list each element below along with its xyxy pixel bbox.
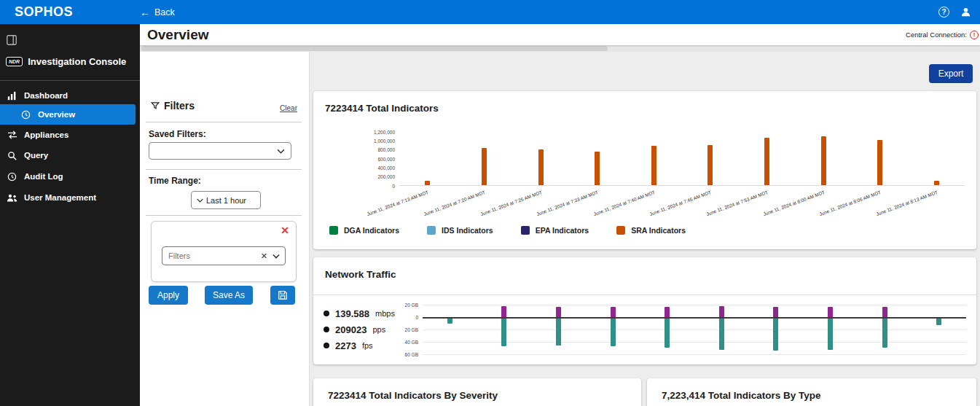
traffic-bar[interactable] bbox=[719, 319, 724, 350]
chart-title: 7,223,414 Total Indicators By Type bbox=[662, 390, 821, 401]
filter-criteria-input[interactable] bbox=[162, 251, 261, 260]
indicators-legend: DGA IndicatorsIDS IndicatorsEPA Indicato… bbox=[329, 226, 686, 235]
filters-title: Filters bbox=[164, 100, 195, 112]
indicator-bar[interactable] bbox=[651, 146, 656, 185]
saved-filters-label: Saved Filters: bbox=[149, 129, 206, 139]
bar-chart-icon bbox=[7, 91, 17, 101]
search-icon bbox=[7, 151, 17, 160]
remove-criteria-icon[interactable]: ✕ bbox=[281, 225, 289, 236]
traffic-bar[interactable] bbox=[611, 319, 616, 346]
sidebar-item-appliances[interactable]: Appliances bbox=[0, 125, 140, 145]
traffic-bar[interactable] bbox=[501, 306, 506, 317]
indicator-bar[interactable] bbox=[821, 136, 826, 185]
traffic-bar[interactable] bbox=[882, 307, 887, 317]
user-account-icon[interactable] bbox=[960, 7, 971, 17]
bullet-icon bbox=[324, 311, 329, 316]
divider bbox=[146, 122, 302, 122]
traffic-bar[interactable] bbox=[665, 307, 670, 317]
stat-unit: pps bbox=[372, 325, 385, 334]
network-y-axis: 20 GB020 GB40 GB60 GB bbox=[392, 305, 418, 357]
collapse-sidebar-icon[interactable] bbox=[6, 34, 17, 49]
saved-filters-dropdown[interactable] bbox=[149, 142, 291, 160]
chevron-down-icon bbox=[277, 149, 285, 154]
y-tick-label: 0 bbox=[415, 315, 418, 320]
save-as-button[interactable]: Save As bbox=[205, 286, 253, 305]
indicator-bar[interactable] bbox=[764, 138, 769, 185]
traffic-bar[interactable] bbox=[936, 319, 941, 325]
indicator-bar[interactable] bbox=[707, 145, 713, 186]
y-tick-label: 400,000 bbox=[378, 165, 396, 171]
central-connection-label: Central Connection: bbox=[906, 31, 967, 39]
traffic-bar[interactable] bbox=[665, 319, 670, 348]
history-clock-icon bbox=[7, 172, 17, 181]
legend-label: SRA Indicators bbox=[631, 226, 686, 235]
time-range-dropdown[interactable]: Last 1 hour bbox=[191, 191, 261, 209]
indicator-bar[interactable] bbox=[877, 140, 882, 185]
horizontal-scrollbar[interactable] bbox=[140, 45, 980, 52]
filters-panel: Filters Clear Saved Filters: Time Range:… bbox=[140, 52, 310, 406]
total-indicators-card: 7223414 Total Indicators 1,200,0001,000,… bbox=[313, 91, 976, 249]
traffic-bar[interactable] bbox=[556, 319, 561, 346]
save-filter-icon-button[interactable] bbox=[270, 286, 295, 305]
y-tick-label: 20 GB bbox=[405, 302, 418, 308]
divider bbox=[0, 80, 140, 81]
filter-criteria-card: ✕ ✕ bbox=[151, 221, 297, 282]
legend-item[interactable]: SRA Indicators bbox=[616, 226, 686, 235]
y-tick-label: 1,000,000 bbox=[374, 138, 395, 144]
y-tick-label: 0 bbox=[392, 184, 395, 189]
indicator-bar[interactable] bbox=[595, 152, 600, 185]
legend-item[interactable]: EPA Indicators bbox=[521, 226, 589, 235]
traffic-bar[interactable] bbox=[882, 319, 887, 348]
traffic-bar[interactable] bbox=[611, 307, 616, 317]
gridline bbox=[423, 354, 966, 355]
y-tick-label: 60 GB bbox=[405, 352, 418, 357]
traffic-bar[interactable] bbox=[719, 306, 724, 317]
chevron-down-icon[interactable] bbox=[273, 254, 280, 259]
bullet-icon bbox=[324, 327, 329, 332]
legend-item[interactable]: DGA Indicators bbox=[329, 226, 399, 235]
traffic-bar[interactable] bbox=[773, 307, 778, 317]
x-tick-label: June 11, 2024 at 8:13 AM MDT bbox=[875, 190, 938, 216]
indicators-by-type-card: 7,223,414 Total Indicators By Type bbox=[647, 378, 976, 406]
sidebar-item-query[interactable]: Query bbox=[0, 145, 140, 165]
export-button[interactable]: Export bbox=[929, 64, 973, 83]
central-connection-status: Central Connection: ! bbox=[906, 31, 979, 39]
indicator-bar[interactable] bbox=[425, 181, 430, 185]
clear-input-icon[interactable]: ✕ bbox=[261, 251, 267, 261]
traffic-bar[interactable] bbox=[447, 319, 452, 324]
x-tick-label: June 11, 2024 at 7:40 AM MDT bbox=[592, 190, 655, 216]
sidebar-item-overview[interactable]: Overview bbox=[0, 104, 136, 125]
main-content: Filters Clear Saved Filters: Time Range:… bbox=[140, 52, 980, 406]
traffic-bar[interactable] bbox=[501, 319, 506, 346]
sidebar-item-user-management[interactable]: User Management bbox=[0, 187, 140, 208]
help-icon[interactable]: ? bbox=[938, 7, 949, 17]
sidebar-item-label: Audit Log bbox=[24, 172, 63, 181]
x-tick-label: June 11, 2024 at 8:06 AM MDT bbox=[818, 190, 881, 216]
clear-filters-link[interactable]: Clear bbox=[280, 104, 297, 112]
sidebar-item-audit-log[interactable]: Audit Log bbox=[0, 166, 140, 187]
indicator-bar[interactable] bbox=[482, 148, 487, 185]
x-tick-label: June 11, 2024 at 8:00 AM MDT bbox=[762, 190, 825, 216]
filter-criteria-field: ✕ bbox=[162, 246, 286, 265]
legend-item[interactable]: IDS Indicators bbox=[427, 226, 493, 235]
filters-heading: Filters bbox=[151, 100, 195, 112]
traffic-bar[interactable] bbox=[828, 319, 833, 350]
back-button[interactable]: ← Back bbox=[140, 7, 175, 18]
scrollbar-thumb[interactable] bbox=[141, 46, 608, 51]
apply-button[interactable]: Apply bbox=[149, 286, 188, 305]
sidebar-item-label: Overview bbox=[38, 110, 75, 119]
page-title: Overview bbox=[147, 27, 209, 43]
warning-icon[interactable]: ! bbox=[970, 31, 979, 39]
indicators-x-axis: June 11, 2024 at 7:13 AM MDTJune 11, 202… bbox=[399, 187, 965, 221]
indicator-bar[interactable] bbox=[934, 181, 939, 185]
gridline bbox=[423, 305, 966, 305]
sidebar-item-dashboard[interactable]: Dashboard bbox=[0, 85, 140, 106]
charts-area: Export 7223414 Total Indicators 1,200,00… bbox=[310, 52, 980, 406]
divider bbox=[146, 215, 302, 216]
traffic-bar[interactable] bbox=[556, 307, 561, 317]
traffic-bar[interactable] bbox=[828, 307, 833, 317]
stat-value: 139.588 bbox=[335, 308, 369, 319]
traffic-bar[interactable] bbox=[773, 319, 778, 351]
indicator-bar[interactable] bbox=[538, 149, 544, 185]
network-plot bbox=[423, 305, 966, 356]
